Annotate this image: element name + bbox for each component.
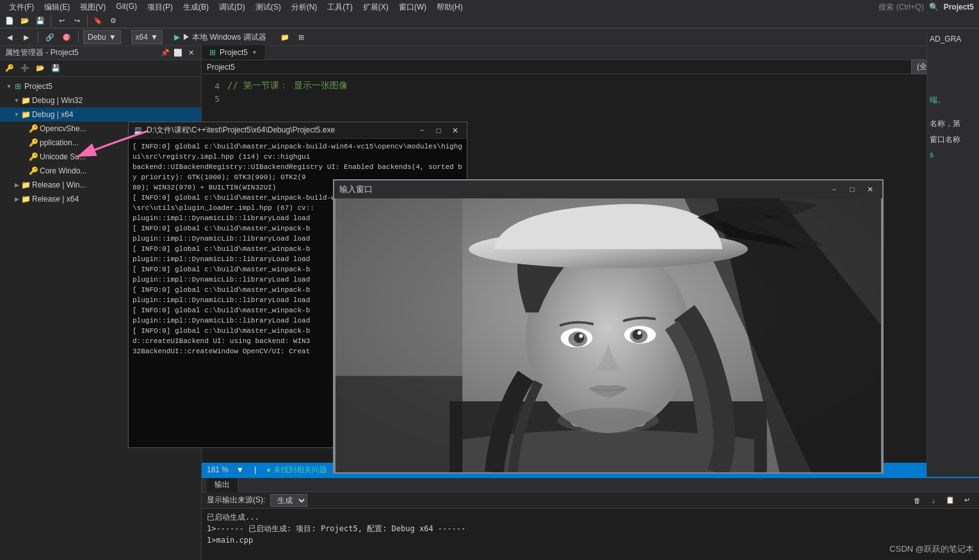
- output-source-dropdown[interactable]: 生成 调试: [270, 494, 307, 507]
- platform-dropdown[interactable]: x64 ▼: [131, 30, 163, 44]
- menu-analyze[interactable]: 分析(N): [287, 1, 321, 14]
- expand-icon: ▼: [5, 83, 13, 90]
- menu-extensions[interactable]: 扩展(X): [359, 1, 392, 14]
- search-area: 搜索 (Ctrl+Q) 🔍 Project5: [878, 2, 974, 13]
- property-icon-unicode: 🔑: [28, 152, 38, 161]
- menu-project[interactable]: 项目(P): [143, 1, 177, 14]
- output-line-1: 已启动生成...: [207, 511, 974, 523]
- output-content: 已启动生成... 1>------ 已启动生成: 项目: Project5, 配…: [202, 509, 979, 560]
- sidebar-folder-btn[interactable]: 📂: [33, 61, 47, 76]
- menu-edit[interactable]: 编辑(E): [40, 1, 74, 14]
- toolbar-go-back[interactable]: ◀: [3, 30, 17, 44]
- editor-file-header: Project5 (全局范围) ▼: [202, 60, 979, 74]
- tree-item-debug-x64[interactable]: ▼ 📁 Debug | x64: [0, 108, 201, 122]
- console-close-btn[interactable]: ✕: [449, 124, 462, 137]
- status-separator: |: [254, 465, 256, 474]
- menu-test[interactable]: 测试(S): [252, 1, 285, 14]
- menu-items: 文件(F) 编辑(E) 视图(V) Git(G) 项目(P) 生成(B) 调试(…: [5, 1, 467, 14]
- output-tab-label: 输出: [214, 479, 230, 490]
- main-toolbar: ◀ ▶ 🔗 🎯 Debu ▼ x64 ▼ ▶ ▶ 本地 Windows 调试器 …: [0, 28, 979, 46]
- toolbar-new[interactable]: 📄: [3, 14, 17, 28]
- editor-tab-project5[interactable]: ⊞ Project5 ▼: [202, 45, 266, 60]
- run-button[interactable]: ▶ ▶ 本地 Windows 调试器: [170, 30, 270, 44]
- annotation-line4: 窗口名称: [930, 134, 976, 145]
- input-maximize-btn[interactable]: □: [845, 183, 859, 196]
- right-annotation-panel: AD_GRA 端。 名称，第 窗口名称 s: [926, 32, 979, 477]
- sidebar-toolbar: 🔑 ➕ 📂 💾: [0, 60, 201, 77]
- property-icon: 🔑: [28, 124, 38, 133]
- menu-tools[interactable]: 工具(T): [323, 1, 356, 14]
- line-number-4: 4: [202, 81, 227, 91]
- toolbar-folder[interactable]: 📁: [278, 30, 292, 44]
- toolbar-icons-row: 📄 📂 💾 ↩ ↪ 🔖 ⚙: [0, 14, 979, 28]
- sidebar-title: 属性管理器 - Project5: [5, 47, 158, 58]
- config-dropdown[interactable]: Debu ▼: [83, 30, 121, 44]
- toolbar-save[interactable]: 💾: [33, 14, 47, 28]
- search-icon[interactable]: 🔍: [929, 3, 939, 12]
- toolbar-redo[interactable]: ↪: [70, 14, 84, 28]
- annotation-line2: 端。: [930, 95, 976, 106]
- toolbar-open[interactable]: 📂: [18, 14, 32, 28]
- svg-rect-19: [336, 376, 462, 472]
- platform-dropdown-arrow: ▼: [150, 33, 158, 42]
- toolbar-extra[interactable]: ⊞: [295, 30, 309, 44]
- menu-view[interactable]: 视图(V): [76, 1, 109, 14]
- toolbar-bookmark[interactable]: 🔖: [91, 14, 105, 28]
- menu-build[interactable]: 生成(B): [179, 1, 213, 14]
- input-close-btn[interactable]: ✕: [863, 183, 877, 196]
- menu-debug[interactable]: 调试(D): [215, 1, 249, 14]
- separator2: [87, 15, 88, 27]
- sidebar-add-btn[interactable]: ➕: [18, 61, 32, 76]
- toolbar-undo[interactable]: ↩: [54, 14, 69, 28]
- toolbar-attach[interactable]: 🔗: [43, 30, 57, 44]
- tree-label-debug-win32: Debug | Win32: [32, 96, 198, 105]
- output-scroll-btn[interactable]: ↓: [926, 493, 941, 508]
- folder-icon-release-win: 📁: [20, 180, 31, 189]
- input-minimize-btn[interactable]: －: [827, 183, 841, 196]
- toolbar-settings[interactable]: ⚙: [106, 14, 120, 28]
- console-minimize-btn[interactable]: －: [416, 124, 428, 137]
- project-icon: ⊞: [13, 82, 23, 91]
- menu-file[interactable]: 文件(F): [5, 1, 38, 14]
- svg-point-16: [633, 330, 643, 340]
- zoom-dropdown[interactable]: ▼: [236, 465, 244, 474]
- svg-point-12: [574, 333, 585, 343]
- sidebar-save-btn[interactable]: 💾: [49, 61, 63, 76]
- tab-dropdown-icon: ▼: [252, 49, 257, 56]
- toolbar-target[interactable]: 🎯: [60, 30, 74, 44]
- annotation-line3: 名称，第: [930, 118, 976, 129]
- annotation-line5: s: [930, 150, 976, 159]
- sep3: [38, 31, 38, 43]
- output-copy-btn[interactable]: 📋: [943, 493, 957, 508]
- zoom-level: 181 %: [207, 465, 229, 474]
- expand-icon-debug-x64: ▼: [13, 111, 20, 118]
- menu-git[interactable]: Git(G): [112, 1, 141, 14]
- property-icon-app: 🔑: [28, 138, 38, 147]
- sidebar-pin-btn[interactable]: 📌: [160, 48, 170, 58]
- menu-window[interactable]: 窗口(W): [395, 1, 430, 14]
- sidebar-new-sheet-btn[interactable]: 🔑: [3, 61, 17, 76]
- search-placeholder: 搜索 (Ctrl+Q): [878, 2, 923, 13]
- sidebar-float-btn[interactable]: ⬜: [173, 48, 183, 58]
- separator: [51, 15, 51, 27]
- console-maximize-btn[interactable]: □: [432, 124, 445, 137]
- expand-icon-debug-win32: ▼: [13, 97, 20, 104]
- svg-point-13: [579, 334, 583, 338]
- build-status: 未找到相关问题: [266, 465, 327, 476]
- editor-tab-label2: Project5: [207, 63, 235, 72]
- output-tab[interactable]: 输出: [207, 478, 238, 492]
- output-source-label: 显示输出来源(S):: [207, 495, 265, 506]
- output-clear-btn[interactable]: 🗑: [910, 493, 924, 508]
- sidebar-close-btn[interactable]: ✕: [186, 48, 196, 58]
- line-number-5: 5: [202, 94, 227, 104]
- tab-icon: ⊞: [209, 48, 216, 57]
- sep4: [78, 31, 79, 43]
- tree-item-debug-win32[interactable]: ▼ 📁 Debug | Win32: [0, 93, 201, 108]
- title-text: Project5: [944, 3, 974, 12]
- editor-tab-bar: ⊞ Project5 ▼: [202, 46, 979, 60]
- menu-help[interactable]: 帮助(H): [433, 1, 467, 14]
- tree-item-project5[interactable]: ▼ ⊞ Project5: [0, 79, 201, 93]
- toolbar-go-fwd[interactable]: ▶: [19, 30, 33, 44]
- output-wrap-btn[interactable]: ↵: [960, 493, 974, 508]
- property-icon-core: 🔑: [28, 166, 38, 175]
